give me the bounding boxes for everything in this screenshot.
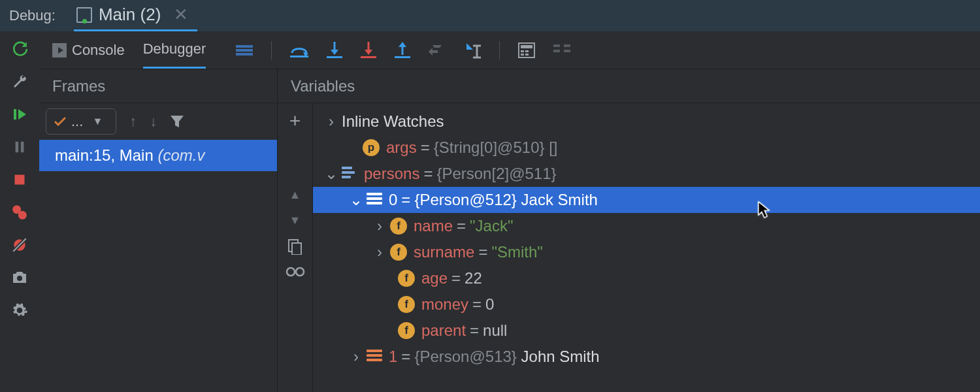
- resume-icon[interactable]: [11, 106, 28, 123]
- run-config-icon: [76, 7, 92, 23]
- collapse-icon[interactable]: ⌄: [350, 191, 363, 209]
- debugger-label: Debugger: [143, 41, 206, 57]
- field-parent[interactable]: f parent = null: [313, 318, 980, 344]
- collapse-icon[interactable]: ⌄: [325, 165, 338, 183]
- left-icon-rail: [0, 31, 39, 392]
- svg-rect-17: [361, 56, 376, 58]
- run-to-cursor-icon[interactable]: [464, 42, 481, 59]
- var-index: 0: [389, 191, 397, 209]
- chevron-down-icon: ▼: [91, 116, 104, 127]
- var-name: persons: [364, 165, 419, 183]
- expand-icon[interactable]: ›: [373, 243, 386, 261]
- pause-icon[interactable]: [11, 139, 28, 155]
- debug-toolbar: Console Debugger: [39, 31, 980, 69]
- console-tab[interactable]: Console: [52, 42, 125, 59]
- debug-center: Console Debugger Frames: [39, 31, 980, 392]
- svg-rect-0: [14, 109, 16, 120]
- svg-point-35: [287, 268, 295, 276]
- step-over-icon[interactable]: [290, 42, 308, 58]
- variable-args[interactable]: › p args = {String[0]@510} []: [313, 135, 980, 161]
- trace-current-stream-chain-icon[interactable]: [553, 43, 570, 57]
- step-into-icon[interactable]: [327, 42, 342, 59]
- array-icon: [342, 167, 357, 181]
- svg-rect-26: [525, 50, 529, 52]
- field-badge-icon: f: [398, 322, 415, 339]
- gear-icon[interactable]: [11, 302, 28, 319]
- toolbar-separator: [271, 41, 272, 59]
- filter-icon[interactable]: [170, 114, 184, 129]
- stop-icon[interactable]: [11, 171, 28, 188]
- var-name: args: [386, 139, 417, 157]
- frames-pane: Frames ... ▼ ↑ ↓ main:15, Main (com.v: [39, 69, 278, 392]
- expand-icon[interactable]: ›: [350, 348, 363, 366]
- expand-icon[interactable]: ›: [373, 217, 386, 235]
- svg-rect-29: [553, 44, 560, 47]
- var-value: null: [483, 321, 507, 340]
- parameter-badge-icon: p: [363, 139, 380, 156]
- variables-pane: Variables + ▲ ▼ › Inline Watc: [278, 69, 980, 392]
- settings-wrench-icon[interactable]: [11, 73, 28, 90]
- svg-point-5: [18, 211, 27, 220]
- var-value: "Jack": [470, 217, 513, 235]
- console-icon: [52, 43, 67, 57]
- svg-rect-34: [292, 243, 301, 255]
- var-name: parent: [421, 321, 466, 340]
- view-breakpoints-icon[interactable]: [11, 204, 28, 221]
- stack-frame-row[interactable]: main:15, Main (com.v: [39, 140, 277, 171]
- variable-persons[interactable]: ⌄ persons = {Person[2]@511}: [313, 161, 980, 187]
- debugger-tab[interactable]: Debugger: [143, 31, 206, 69]
- thread-selector[interactable]: ... ▼: [46, 108, 116, 135]
- var-name: money: [421, 295, 468, 314]
- checkmark-icon: [54, 117, 66, 126]
- svg-rect-3: [15, 175, 25, 185]
- variable-persons-1[interactable]: › 1 = {Person@513} John Smith: [313, 344, 980, 370]
- svg-rect-32: [564, 50, 570, 52]
- field-badge-icon: f: [390, 218, 407, 235]
- var-value: {String[0]@510} []: [434, 139, 558, 157]
- svg-rect-13: [290, 56, 308, 57]
- field-age[interactable]: f age = 22: [313, 265, 980, 291]
- drop-frame-icon[interactable]: [429, 42, 446, 58]
- new-watch-icon[interactable]: +: [289, 111, 301, 131]
- next-frame-icon[interactable]: ↓: [150, 113, 157, 130]
- svg-rect-12: [236, 53, 253, 56]
- step-out-icon[interactable]: [395, 42, 410, 59]
- field-badge-icon: f: [398, 270, 415, 287]
- evaluate-expression-icon[interactable]: [518, 42, 535, 58]
- var-tostring: John Smith: [521, 348, 600, 366]
- var-name: age: [421, 269, 448, 287]
- copy-icon[interactable]: [288, 239, 302, 255]
- force-step-into-icon[interactable]: [361, 42, 376, 59]
- move-down-icon[interactable]: ▼: [289, 214, 301, 227]
- variables-header: Variables: [278, 69, 980, 103]
- rerun-icon[interactable]: [11, 41, 28, 57]
- svg-rect-15: [327, 56, 342, 58]
- inline-watches-node[interactable]: › Inline Watches: [313, 108, 980, 135]
- prev-frame-icon[interactable]: ↑: [129, 113, 137, 130]
- object-icon: [367, 193, 382, 207]
- var-value: 0: [485, 295, 494, 314]
- object-icon: [367, 350, 382, 364]
- field-money[interactable]: f money = 0: [313, 291, 980, 318]
- field-surname[interactable]: › f surname = "Smith": [313, 239, 980, 265]
- frames-header: Frames: [39, 69, 277, 103]
- var-name: name: [414, 217, 453, 235]
- var-value: 22: [465, 269, 482, 287]
- svg-rect-24: [521, 45, 532, 48]
- move-up-icon[interactable]: ▲: [289, 188, 301, 202]
- show-execution-point-icon[interactable]: [236, 44, 253, 57]
- run-config-tab-label: Main (2): [99, 5, 161, 25]
- svg-point-36: [296, 268, 304, 276]
- panes-row: Frames ... ▼ ↑ ↓ main:15, Main (com.v: [39, 69, 980, 392]
- svg-rect-30: [564, 44, 570, 47]
- mute-breakpoints-icon[interactable]: [11, 237, 28, 253]
- run-config-tab[interactable]: Main (2) ✕: [74, 0, 197, 31]
- var-value: "Smith": [491, 243, 542, 261]
- glasses-icon[interactable]: [286, 267, 305, 277]
- svg-point-9: [17, 276, 22, 281]
- close-icon[interactable]: ✕: [174, 5, 188, 25]
- variable-persons-0[interactable]: ⌄ 0 = {Person@512} Jack Smith: [313, 187, 980, 213]
- field-name[interactable]: › f name = "Jack": [313, 213, 980, 239]
- camera-icon[interactable]: [11, 269, 28, 286]
- expand-icon[interactable]: ›: [325, 112, 338, 131]
